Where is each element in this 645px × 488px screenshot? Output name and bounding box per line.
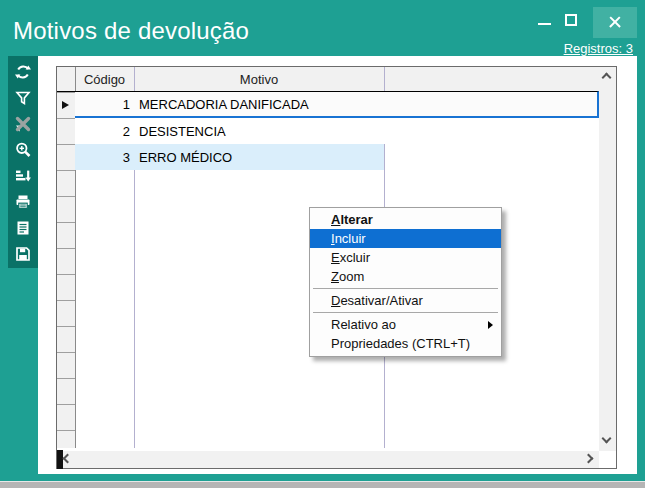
scrollbar-corner <box>599 451 616 468</box>
minimize-button[interactable] <box>534 10 556 32</box>
column-header-codigo[interactable]: Código <box>75 67 134 91</box>
zoom-icon <box>14 141 32 159</box>
clear-filter-button[interactable] <box>10 111 36 137</box>
menu-item-alterar[interactable]: Alterar <box>310 210 501 229</box>
scroll-up-icon[interactable] <box>602 73 612 83</box>
cell-motivo[interactable]: DESISTENCIA <box>139 118 597 144</box>
current-row-indicator-cell <box>57 91 75 118</box>
refresh-icon <box>14 63 32 81</box>
report-icon <box>14 219 32 237</box>
clear-filter-icon <box>14 115 32 133</box>
close-button[interactable] <box>593 7 637 38</box>
cell-codigo[interactable]: 2 <box>75 118 130 144</box>
sort-button[interactable] <box>10 163 36 189</box>
close-icon <box>608 15 622 29</box>
menu-item-desativar-ativar[interactable]: Desativar/Ativar <box>310 291 501 310</box>
cell-motivo[interactable]: ERRO MÉDICO <box>139 144 382 170</box>
menu-item-zoom[interactable]: Zoom <box>310 267 501 286</box>
scroll-left-icon[interactable] <box>63 454 73 464</box>
cell-codigo[interactable]: 3 <box>75 144 130 170</box>
minimize-icon <box>538 23 551 25</box>
context-menu: Alterar Incluir Excluir Zoom Desativar/A… <box>309 207 502 357</box>
table-row-selected[interactable]: 1 MERCADORIA DANIFICADA <box>75 91 599 118</box>
window-shadow <box>0 481 645 488</box>
maximize-icon <box>565 14 577 26</box>
filter-icon <box>14 89 32 107</box>
column-header-motivo[interactable]: Motivo <box>134 67 384 91</box>
vertical-scrollbar[interactable] <box>599 67 616 451</box>
menu-item-relativo-ao[interactable]: Relativo ao <box>310 315 501 334</box>
save-icon <box>14 245 32 263</box>
table-row[interactable]: 3 ERRO MÉDICO <box>75 144 384 170</box>
scroll-right-icon[interactable] <box>584 454 594 464</box>
menu-separator <box>313 288 498 289</box>
toolbar-sidebar <box>8 56 38 268</box>
scroll-down-icon[interactable] <box>602 434 612 444</box>
horizontal-scroll-thumb[interactable] <box>57 450 63 469</box>
app-window: Motivos de devolução Registros: 3 <box>0 0 645 482</box>
submenu-arrow-icon <box>488 321 493 329</box>
cell-motivo[interactable]: MERCADORIA DANIFICADA <box>139 92 595 116</box>
menu-item-incluir[interactable]: Incluir <box>310 229 501 248</box>
column-header-empty[interactable] <box>384 67 599 91</box>
menu-item-propriedades[interactable]: Propriedades (CTRL+T) <box>310 334 501 353</box>
filter-button[interactable] <box>10 85 36 111</box>
registros-link[interactable]: Registros: 3 <box>564 41 633 56</box>
zoom-button[interactable] <box>10 137 36 163</box>
horizontal-scrollbar[interactable] <box>57 451 599 468</box>
menu-item-excluir[interactable]: Excluir <box>310 248 501 267</box>
report-button[interactable] <box>10 215 36 241</box>
refresh-button[interactable] <box>10 59 36 85</box>
sort-icon <box>14 167 32 185</box>
print-button[interactable] <box>10 189 36 215</box>
menu-separator <box>313 312 498 313</box>
print-icon <box>14 193 32 211</box>
table-row[interactable]: 2 DESISTENCIA <box>75 118 599 144</box>
current-row-marker-icon <box>62 101 69 109</box>
maximize-button[interactable] <box>560 8 584 32</box>
cell-codigo[interactable]: 1 <box>75 92 130 116</box>
row-indicator-column <box>57 67 75 448</box>
page-title: Motivos de devolução <box>13 17 249 45</box>
save-button[interactable] <box>10 241 36 267</box>
